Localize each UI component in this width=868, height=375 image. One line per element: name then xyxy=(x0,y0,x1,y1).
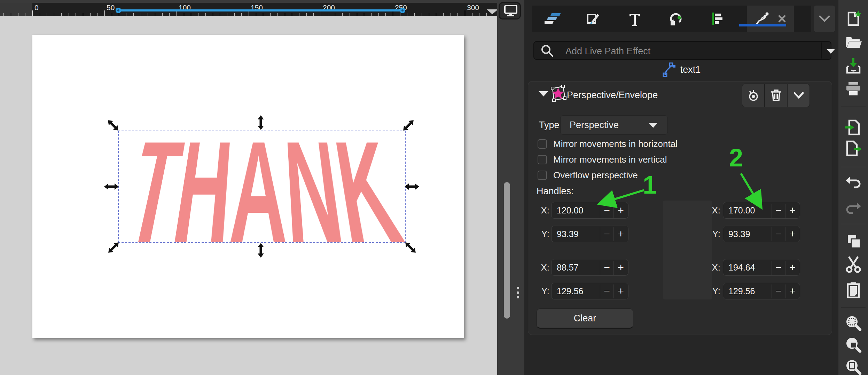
tab-transform[interactable] xyxy=(655,6,696,32)
handle4-y-value[interactable]: 129.56 xyxy=(728,286,755,296)
handle2-x-value[interactable]: 170.00 xyxy=(728,205,755,216)
search-dropdown-arrow[interactable] xyxy=(827,49,835,54)
zoom-drawing-button[interactable] xyxy=(844,336,862,355)
mirror-vertical-checkbox[interactable] xyxy=(538,155,547,164)
checkbox-row-overflow: Overflow perspective xyxy=(538,169,638,181)
increment-button[interactable]: + xyxy=(786,283,799,299)
clear-button[interactable]: Clear xyxy=(537,308,633,329)
increment-button[interactable]: + xyxy=(786,202,799,218)
handle1-y-label: Y: xyxy=(538,229,549,240)
zoom-page-button[interactable] xyxy=(844,358,862,375)
handle2-x-label: X: xyxy=(709,205,720,216)
export-icon xyxy=(844,139,862,157)
expander-triangle-icon[interactable] xyxy=(539,91,548,96)
type-dropdown[interactable]: Perspective xyxy=(560,115,668,135)
type-value: Perspective xyxy=(570,120,619,130)
handle1-x-field[interactable]: 120.00 − + xyxy=(551,202,628,219)
decrement-button[interactable]: − xyxy=(600,283,613,299)
add-lpe-search-field[interactable]: Add Live Path Effect xyxy=(533,41,831,60)
tab-align-distribute[interactable] xyxy=(696,6,737,32)
handle-middle-right[interactable] xyxy=(404,183,420,190)
handle-middle-left[interactable] xyxy=(104,183,119,190)
ruler-selection-start-dot xyxy=(116,8,121,13)
handle2-y-field[interactable]: 93.39 − + xyxy=(723,226,800,242)
zoom-drawing-icon xyxy=(844,336,862,354)
increment-button[interactable]: + xyxy=(614,226,627,242)
save-document-button[interactable] xyxy=(844,57,862,76)
decrement-button[interactable]: − xyxy=(600,226,613,242)
handle2-y-label: Y: xyxy=(709,229,720,240)
import-button[interactable] xyxy=(844,118,862,138)
open-document-button[interactable] xyxy=(844,34,862,51)
duplicate-button[interactable] xyxy=(844,233,862,252)
align-icon xyxy=(709,11,725,26)
print-button[interactable] xyxy=(844,81,862,98)
redo-icon xyxy=(844,200,862,215)
artwork-text-object[interactable]: THANK xyxy=(119,138,406,243)
handle1-y-value[interactable]: 93.39 xyxy=(557,229,579,239)
new-document-button[interactable] xyxy=(844,10,862,29)
handle4-x-value[interactable]: 194.64 xyxy=(728,263,755,273)
handle3-y-value[interactable]: 129.56 xyxy=(557,286,583,296)
increment-button[interactable]: + xyxy=(614,283,627,299)
type-label: Type xyxy=(539,120,560,131)
search-placeholder: Add Live Path Effect xyxy=(565,46,650,57)
vertical-scrollbar-thumb[interactable] xyxy=(504,182,510,319)
decrement-button[interactable]: − xyxy=(772,226,785,242)
increment-button[interactable]: + xyxy=(614,202,627,218)
handle3-x-value[interactable]: 88.57 xyxy=(557,263,579,273)
undo-button[interactable] xyxy=(844,174,862,191)
effect-menu-button[interactable] xyxy=(787,84,810,107)
handle3-x-label: X: xyxy=(538,262,549,273)
decrement-button[interactable]: − xyxy=(600,259,613,275)
increment-button[interactable]: + xyxy=(786,226,799,242)
tab-fill-and-stroke[interactable] xyxy=(573,6,614,32)
handle-top-center[interactable] xyxy=(257,115,265,130)
close-icon[interactable] xyxy=(777,14,787,24)
effect-delete-button[interactable] xyxy=(765,84,787,107)
handle4-x-field[interactable]: 194.64 − + xyxy=(723,259,800,276)
checkbox-row-mirror-horizontal: Mirror movements in horizontal xyxy=(538,138,678,150)
selection-box[interactable]: THANK xyxy=(118,131,406,243)
handle3-y-field[interactable]: 129.56 − + xyxy=(551,283,628,299)
handle3-x-field[interactable]: 88.57 − + xyxy=(551,259,628,276)
selected-item-row[interactable]: text1 xyxy=(524,62,838,77)
handle1-y-field[interactable]: 93.39 − + xyxy=(551,226,628,242)
cut-button[interactable] xyxy=(844,255,862,275)
effect-visibility-button[interactable] xyxy=(742,84,765,107)
handle-bottom-center[interactable] xyxy=(257,243,265,258)
handle4-x-label: X: xyxy=(709,262,720,273)
ruler-origin-area xyxy=(0,3,32,16)
export-button[interactable] xyxy=(844,139,862,159)
paste-button[interactable] xyxy=(844,281,862,301)
increment-button[interactable]: + xyxy=(786,259,799,275)
zoom-selection-button[interactable] xyxy=(844,314,862,334)
increment-button[interactable]: + xyxy=(614,259,627,275)
clipboard-icon xyxy=(844,281,862,299)
overflow-perspective-checkbox[interactable] xyxy=(538,171,547,180)
dialog-more-button[interactable] xyxy=(814,6,835,32)
canvas-zone: 050100150200250300 THANK xyxy=(0,0,497,375)
handle2-y-value[interactable]: 93.39 xyxy=(728,229,750,239)
handle1-x-value[interactable]: 120.00 xyxy=(557,205,583,216)
tab-objects[interactable] xyxy=(532,6,573,32)
commands-toolbar xyxy=(838,0,868,375)
inkscape-window: 050100150200250300 THANK xyxy=(0,0,868,375)
save-icon xyxy=(844,57,862,75)
horizontal-ruler[interactable]: 050100150200250300 xyxy=(0,3,497,16)
dropdown-arrow-icon xyxy=(649,123,658,128)
tab-text-and-font[interactable] xyxy=(614,6,655,32)
decrement-button[interactable]: − xyxy=(600,202,613,218)
display-mode-button[interactable] xyxy=(499,2,521,19)
handle2-x-field[interactable]: 170.00 − + xyxy=(723,202,800,219)
handle4-y-field[interactable]: 129.56 − + xyxy=(723,283,800,299)
decrement-button[interactable]: − xyxy=(772,283,785,299)
window-top-strip xyxy=(0,0,497,3)
canvas-scroll-strip xyxy=(497,0,524,375)
decrement-button[interactable]: − xyxy=(772,259,785,275)
handle3-y-label: Y: xyxy=(538,286,549,297)
redo-button[interactable] xyxy=(844,200,862,217)
decrement-button[interactable]: − xyxy=(772,202,785,218)
mirror-horizontal-checkbox[interactable] xyxy=(538,139,547,149)
tab-path-effects[interactable] xyxy=(747,6,794,32)
